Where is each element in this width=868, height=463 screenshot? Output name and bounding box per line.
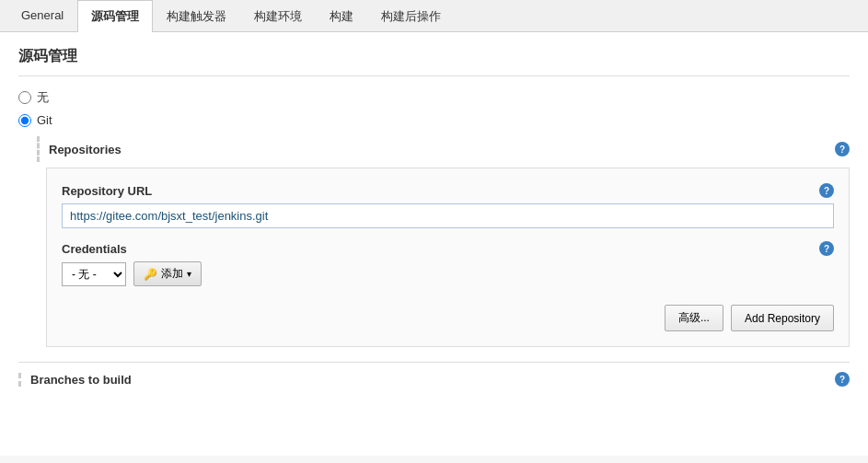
credentials-select[interactable]: - 无 - [62,262,126,286]
repo-url-help-icon[interactable]: ? [819,183,834,198]
tab-build-trigger[interactable]: 构建触发器 [153,0,240,32]
key-icon: 🔑 [144,268,157,281]
tab-post-build[interactable]: 构建后操作 [367,0,455,32]
branches-section: Branches to build ? [18,362,850,387]
radio-git[interactable] [18,114,31,127]
tab-general[interactable]: General [7,0,77,32]
repositories-label: Repositories [49,143,122,156]
main-content: 源码管理 无 Git Repositories ? Repository URL… [0,32,868,456]
credentials-row-wrapper: Credentials ? - 无 - 🔑 添加 ▾ [62,241,834,286]
credentials-help-icon[interactable]: ? [819,241,834,256]
credentials-label-row: Credentials ? [62,241,834,256]
add-repository-button[interactable]: Add Repository [731,305,834,331]
repo-url-label-row: Repository URL ? [62,183,834,198]
actions-row: 高级... Add Repository [62,305,834,331]
repositories-section: Repositories ? Repository URL ? Credenti… [37,136,850,347]
dropdown-arrow-icon: ▾ [187,269,191,279]
advanced-button[interactable]: 高级... [665,305,723,331]
branches-help-icon[interactable]: ? [835,372,850,387]
repositories-header: Repositories ? [37,136,850,162]
tab-build-env[interactable]: 构建环境 [240,0,316,32]
radio-none[interactable] [18,91,31,104]
tab-bar: General 源码管理 构建触发器 构建环境 构建 构建后操作 [0,0,868,32]
add-credentials-label: 添加 [161,266,183,282]
page-title: 源码管理 [18,47,850,76]
radio-git-label: Git [37,113,52,127]
repo-url-input[interactable] [62,203,834,228]
radio-git-item[interactable]: Git [18,113,850,127]
radio-none-label: 无 [37,89,49,106]
branches-label: Branches to build [18,373,132,387]
tab-build[interactable]: 构建 [316,0,367,32]
repo-url-label: Repository URL [62,184,152,198]
radio-group: 无 Git [18,89,850,127]
radio-none-item[interactable]: 无 [18,89,850,106]
repo-url-row: Repository URL ? [62,183,834,228]
repositories-help-icon[interactable]: ? [835,142,850,156]
credentials-label: Credentials [62,242,127,256]
credentials-controls: - 无 - 🔑 添加 ▾ [62,261,834,286]
tab-source-code[interactable]: 源码管理 [77,0,153,32]
repositories-content: Repository URL ? Credentials ? - 无 - 🔑 添 [46,168,850,347]
add-credentials-button[interactable]: 🔑 添加 ▾ [133,261,202,286]
